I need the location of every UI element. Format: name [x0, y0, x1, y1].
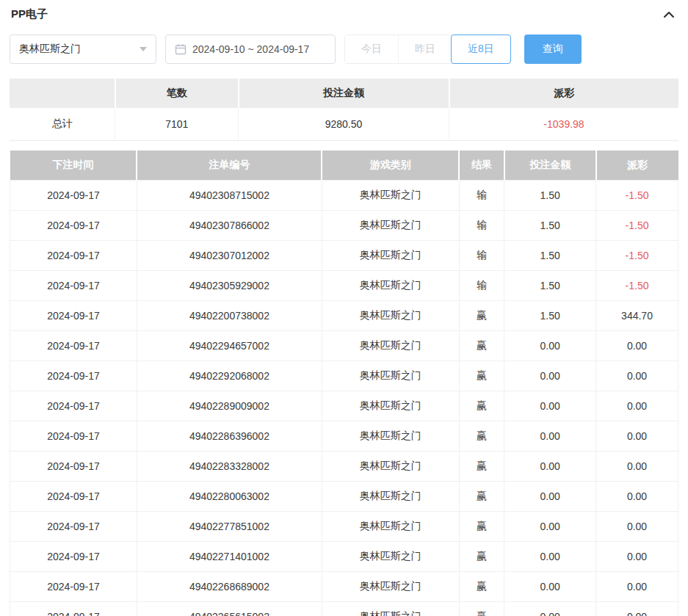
summary-header-payout: 派彩 — [449, 79, 679, 108]
cell-game-type: 奥林匹斯之门 — [322, 602, 459, 616]
cell-bet-time: 2024-09-17 — [10, 452, 137, 482]
cell-result: 赢 — [459, 331, 504, 361]
cell-order-id: 49402200738002 — [137, 301, 322, 331]
cell-payout: 0.00 — [596, 602, 678, 616]
cell-result: 输 — [459, 241, 504, 271]
table-row: 2024-09-17 49402277851002 奥林匹斯之门 赢 0.00 … — [10, 512, 678, 542]
cell-bet-amount: 0.00 — [504, 452, 596, 482]
header-payout: 派彩 — [596, 151, 678, 181]
cell-order-id: 49402265615002 — [137, 602, 322, 616]
cell-bet-amount: 0.00 — [504, 572, 596, 602]
cell-bet-amount: 0.00 — [504, 482, 596, 512]
cell-order-id: 49402268689002 — [137, 572, 322, 602]
bet-table-body: 2024-09-17 49402308715002 奥林匹斯之门 输 1.50 … — [10, 181, 678, 616]
summary-header-count: 笔数 — [115, 79, 239, 108]
cell-bet-amount: 1.50 — [504, 211, 596, 241]
table-row: 2024-09-17 49402294657002 奥林匹斯之门 赢 0.00 … — [10, 331, 678, 361]
cell-payout: 344.70 — [596, 301, 678, 331]
cell-game-type: 奥林匹斯之门 — [322, 301, 459, 331]
today-button[interactable]: 今日 — [345, 35, 398, 63]
table-row: 2024-09-17 49402289009002 奥林匹斯之门 赢 0.00 … — [10, 391, 678, 421]
cell-game-type: 奥林匹斯之门 — [322, 542, 459, 572]
summary-count-value: 7101 — [115, 108, 239, 141]
table-row: 2024-09-17 49402307012002 奥林匹斯之门 输 1.50 … — [10, 241, 678, 271]
cell-bet-time: 2024-09-17 — [10, 301, 137, 331]
cell-payout: 0.00 — [596, 482, 678, 512]
cell-payout: 0.00 — [596, 361, 678, 391]
collapse-chevron-up-icon[interactable] — [661, 8, 677, 21]
cell-order-id: 49402294657002 — [137, 331, 322, 361]
cell-payout: -1.50 — [596, 241, 678, 271]
cell-bet-amount: 1.50 — [504, 241, 596, 271]
cell-result: 赢 — [459, 421, 504, 452]
cell-payout: -1.50 — [596, 271, 678, 301]
header-result: 结果 — [459, 151, 504, 181]
cell-result: 赢 — [459, 361, 504, 391]
cell-bet-time: 2024-09-17 — [10, 572, 137, 602]
table-row: 2024-09-17 49402305929002 奥林匹斯之门 输 1.50 … — [10, 271, 678, 301]
summary-bet-amount-value: 9280.50 — [239, 108, 449, 141]
cell-result: 赢 — [459, 301, 504, 331]
summary-total-row: 总计 7101 9280.50 -1039.98 — [10, 108, 678, 141]
cell-order-id: 49402271401002 — [137, 542, 322, 572]
cell-order-id: 49402289009002 — [137, 391, 322, 421]
cell-game-type: 奥林匹斯之门 — [322, 241, 459, 271]
cell-game-type: 奥林匹斯之门 — [322, 211, 459, 241]
cell-bet-amount: 1.50 — [504, 181, 596, 211]
cell-game-type: 奥林匹斯之门 — [322, 331, 459, 361]
cell-result: 赢 — [459, 482, 504, 512]
cell-payout: 0.00 — [596, 512, 678, 542]
cell-order-id: 49402286396002 — [137, 421, 322, 452]
cell-result: 赢 — [459, 391, 504, 421]
cell-bet-amount: 0.00 — [504, 602, 596, 616]
cell-bet-amount: 0.00 — [504, 542, 596, 572]
table-row: 2024-09-17 49402307866002 奥林匹斯之门 输 1.50 … — [10, 211, 678, 241]
game-select-value: 奥林匹斯之门 — [19, 43, 81, 56]
cell-order-id: 49402292068002 — [137, 361, 322, 391]
cell-bet-time: 2024-09-17 — [10, 482, 137, 512]
cell-payout: -1.50 — [596, 181, 678, 211]
page-title: PP电子 — [11, 7, 48, 21]
yesterday-button[interactable]: 昨日 — [398, 35, 452, 63]
cell-bet-amount: 0.00 — [504, 331, 596, 361]
cell-game-type: 奥林匹斯之门 — [322, 271, 459, 301]
cell-payout: 0.00 — [596, 331, 678, 361]
cell-bet-time: 2024-09-17 — [10, 542, 137, 572]
bet-table: 下注时间 注单编号 游戏类别 结果 投注金额 派彩 2024-09-17 494… — [10, 151, 678, 616]
chevron-down-icon — [140, 47, 147, 51]
cell-game-type: 奥林匹斯之门 — [322, 572, 459, 602]
cell-order-id: 49402307866002 — [137, 211, 322, 241]
cell-payout: 0.00 — [596, 542, 678, 572]
cell-bet-amount: 1.50 — [504, 271, 596, 301]
cell-bet-time: 2024-09-17 — [10, 271, 137, 301]
cell-result: 赢 — [459, 452, 504, 482]
date-range-input[interactable]: 2024-09-10 ~ 2024-09-17 — [165, 35, 336, 64]
filter-bar: 奥林匹斯之门 2024-09-10 ~ 2024-09-17 今日 昨日 近8日… — [10, 35, 678, 64]
header-bet-amount: 投注金额 — [504, 151, 596, 181]
cell-bet-time: 2024-09-17 — [10, 421, 137, 452]
header-order-id: 注单编号 — [137, 151, 322, 181]
table-row: 2024-09-17 49402271401002 奥林匹斯之门 赢 0.00 … — [10, 542, 678, 572]
cell-game-type: 奥林匹斯之门 — [322, 361, 459, 391]
cell-result: 赢 — [459, 572, 504, 602]
table-row: 2024-09-17 49402268689002 奥林匹斯之门 赢 0.00 … — [10, 572, 678, 602]
cell-order-id: 49402307012002 — [137, 241, 322, 271]
cell-game-type: 奥林匹斯之门 — [322, 181, 459, 211]
cell-bet-time: 2024-09-17 — [10, 602, 137, 616]
cell-game-type: 奥林匹斯之门 — [322, 512, 459, 542]
query-button[interactable]: 查询 — [524, 35, 582, 64]
summary-table: 笔数 投注金额 派彩 总计 7101 9280.50 -1039.98 — [10, 79, 678, 141]
table-row: 2024-09-17 49402283328002 奥林匹斯之门 赢 0.00 … — [10, 452, 678, 482]
game-select[interactable]: 奥林匹斯之门 — [10, 35, 156, 64]
table-row: 2024-09-17 49402200738002 奥林匹斯之门 赢 1.50 … — [10, 301, 678, 331]
cell-bet-time: 2024-09-17 — [10, 241, 137, 271]
cell-game-type: 奥林匹斯之门 — [322, 421, 459, 452]
cell-bet-amount: 0.00 — [504, 512, 596, 542]
cell-payout: 0.00 — [596, 421, 678, 452]
header-bet-time: 下注时间 — [10, 151, 137, 181]
cell-result: 赢 — [459, 542, 504, 572]
date-range-value: 2024-09-10 ~ 2024-09-17 — [192, 43, 309, 55]
last-8-days-button[interactable]: 近8日 — [451, 35, 511, 64]
table-row: 2024-09-17 49402286396002 奥林匹斯之门 赢 0.00 … — [10, 421, 678, 452]
summary-header-empty — [10, 79, 115, 108]
